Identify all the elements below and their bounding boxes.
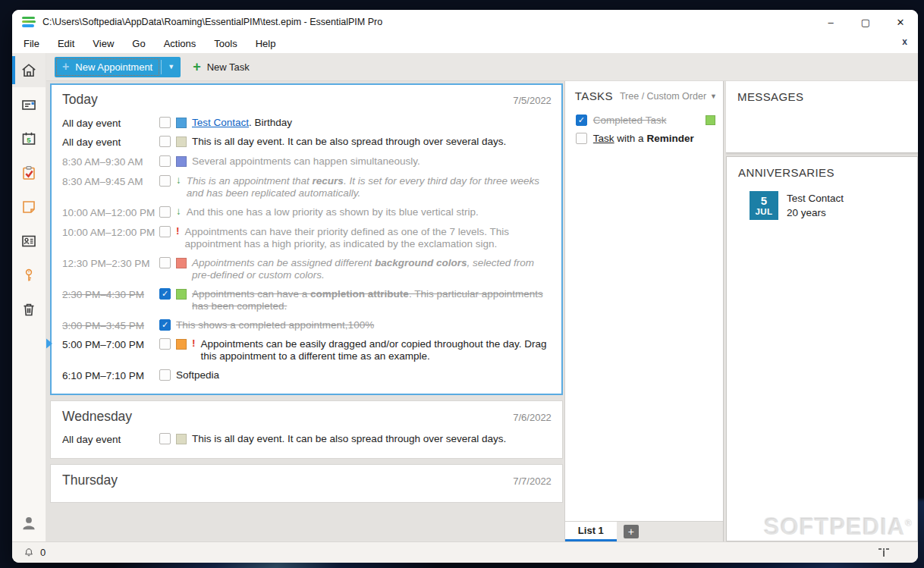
sidebar-item-notes[interactable]	[12, 190, 46, 224]
appointment-row[interactable]: 12:30 PM–2:30 PMAppointments can be assi…	[61, 253, 553, 284]
sidebar-item-home[interactable]	[12, 53, 46, 87]
color-swatch	[176, 339, 187, 350]
menu-help[interactable]: Help	[249, 38, 283, 49]
color-swatch	[176, 434, 187, 444]
color-swatch	[176, 289, 187, 300]
appointment-checkbox[interactable]	[159, 369, 171, 381]
sidebar-item-calendar[interactable]: 5	[12, 121, 46, 155]
close-button[interactable]: ✕	[883, 10, 918, 34]
anniversary-date-badge: 5 JUL	[750, 191, 778, 220]
task-checkbox[interactable]	[576, 133, 587, 144]
anniversary-entry[interactable]: 5 JUL Test Contact 20 years	[750, 191, 907, 220]
appointment-checkbox[interactable]	[159, 338, 171, 350]
appointment-checkbox[interactable]	[159, 257, 171, 268]
appointment-text: This is all day event. It can be also sp…	[192, 433, 552, 445]
add-list-button[interactable]: +	[624, 525, 639, 538]
appointment-checkbox[interactable]	[159, 206, 171, 218]
appointment-checkbox[interactable]: ✓	[159, 319, 171, 331]
appointment-text: Appointments can have a completion attri…	[192, 288, 552, 312]
anniversary-name: Test Contact	[787, 193, 844, 204]
sidebar-item-todo[interactable]	[12, 155, 46, 190]
text-segment: This is all day event. It can be also sp…	[192, 136, 506, 147]
chevron-down-icon[interactable]: ▼	[710, 93, 717, 100]
color-swatch	[176, 156, 187, 167]
toolbar: + New Appointment ▼ + New Task	[46, 53, 918, 81]
task-color-swatch	[706, 115, 715, 125]
menu-actions[interactable]: Actions	[157, 38, 203, 49]
day-title: Today	[62, 92, 98, 108]
chevron-down-icon[interactable]: ▼	[162, 57, 181, 77]
window-title: C:\Users\Softpedia\AppData\Roaming\Essen…	[42, 17, 382, 27]
contacts-card-icon	[20, 232, 38, 250]
day-card[interactable]: Thursday7/7/2022	[50, 464, 563, 503]
menu-edit[interactable]: Edit	[51, 38, 81, 49]
appointment-row[interactable]: 8:30 AM–9:30 AMSeveral appointments can …	[61, 152, 553, 172]
appointment-checkbox[interactable]	[159, 155, 171, 167]
day-events: All day eventTest Contact. BirthdayAll d…	[61, 113, 553, 388]
day-header: Wednesday7/6/2022	[61, 406, 553, 430]
appointment-row[interactable]: All day eventThis is all day event. It c…	[61, 133, 553, 152]
new-task-button[interactable]: + New Task	[193, 60, 250, 74]
text-segment: This is an appointment that	[187, 175, 313, 187]
appointment-checkbox[interactable]	[159, 136, 171, 147]
pane-close-icon[interactable]: x	[902, 36, 907, 47]
appointment-time: 6:10 PM–7:10 PM	[62, 369, 159, 382]
appointment-checkbox[interactable]	[159, 433, 171, 444]
schedule-days: Today7/5/2022All day eventTest Contact. …	[46, 81, 564, 541]
menu-view[interactable]: View	[86, 38, 121, 49]
text-segment: Appointments can be easily dragged and/o…	[201, 338, 547, 362]
task-list: ✓Completed TaskTask with a Reminder	[565, 109, 723, 521]
day-date: 7/5/2022	[513, 95, 552, 106]
plus-icon: +	[193, 60, 201, 74]
color-swatch	[176, 118, 187, 128]
task-row[interactable]: ✓Completed Task	[576, 111, 715, 129]
appointment-checkbox[interactable]	[159, 226, 171, 237]
text-segment: Appointments can have their priority def…	[185, 226, 510, 249]
sidebar-item-profile[interactable]	[12, 508, 46, 538]
sidebar-item-mail[interactable]	[12, 87, 46, 121]
appointment-row[interactable]: All day eventThis is all day event. It c…	[61, 430, 553, 450]
menu-file[interactable]: File	[24, 38, 46, 49]
notifications-bell-icon[interactable]	[23, 547, 35, 559]
text-segment: Reminder	[646, 133, 693, 144]
resize-grip-icon[interactable]	[877, 548, 891, 557]
appointment-row[interactable]: 10:00 AM–12:00 PM!Appointments can have …	[61, 223, 553, 254]
color-swatch	[176, 137, 187, 147]
task-checkbox[interactable]: ✓	[576, 115, 587, 126]
menu-tools[interactable]: Tools	[207, 38, 244, 49]
day-title: Wednesday	[62, 409, 132, 425]
appointment-time: 2:30 PM–4:30 PM	[62, 288, 159, 301]
appointment-row[interactable]: 2:30 PM–4:30 PM✓Appointments can have a …	[61, 284, 553, 315]
sidebar-item-trash[interactable]	[12, 292, 46, 326]
person-icon	[19, 513, 39, 533]
essentialpim-logo-icon	[22, 17, 36, 28]
day-header: Today7/5/2022	[61, 89, 553, 113]
menu-go[interactable]: Go	[125, 38, 152, 49]
appointment-text: This is an appointment that recurs. It i…	[187, 175, 552, 199]
appointment-row[interactable]: 5:00 PM–7:00 PM!Appointments can be easi…	[61, 335, 553, 366]
task-row[interactable]: Task with a Reminder	[576, 129, 715, 147]
minimize-button[interactable]: –	[813, 10, 848, 34]
appointment-checkbox[interactable]	[159, 175, 171, 187]
day-header: Thursday7/7/2022	[61, 470, 553, 494]
text-segment[interactable]: Test Contact	[192, 117, 249, 128]
appointment-row[interactable]: 8:30 AM–9:45 AM↓This is an appointment t…	[61, 172, 553, 203]
softpedia-watermark: SOFTPEDIA®	[764, 513, 913, 541]
appointment-checkbox[interactable]: ✓	[159, 288, 171, 300]
appointment-checkbox[interactable]	[159, 117, 171, 128]
text-segment: Appointments can have a	[192, 288, 310, 300]
tab-list-1[interactable]: List 1	[565, 522, 617, 541]
new-appointment-button[interactable]: + New Appointment ▼	[55, 57, 181, 77]
day-card[interactable]: Wednesday7/6/2022All day eventThis is al…	[50, 400, 563, 459]
sidebar-item-contacts[interactable]	[12, 224, 46, 258]
day-card[interactable]: Today7/5/2022All day eventTest Contact. …	[50, 83, 563, 395]
appointment-row[interactable]: 6:10 PM–7:10 PMSoftpedia	[61, 366, 553, 386]
maximize-button[interactable]: ▢	[848, 10, 883, 34]
tasks-order-selector[interactable]: Tree / Custom Order	[620, 91, 706, 102]
sidebar-item-passwords[interactable]	[12, 258, 46, 292]
sticky-note-icon	[20, 198, 38, 216]
text-segment: recurs	[313, 175, 344, 187]
appointment-row[interactable]: All day eventTest Contact. Birthday	[61, 113, 553, 133]
appointment-row[interactable]: 3:00 PM–3:45 PM✓This shows a completed a…	[61, 315, 553, 335]
appointment-row[interactable]: 10:00 AM–12:00 PM↓And this one has a low…	[61, 203, 553, 223]
